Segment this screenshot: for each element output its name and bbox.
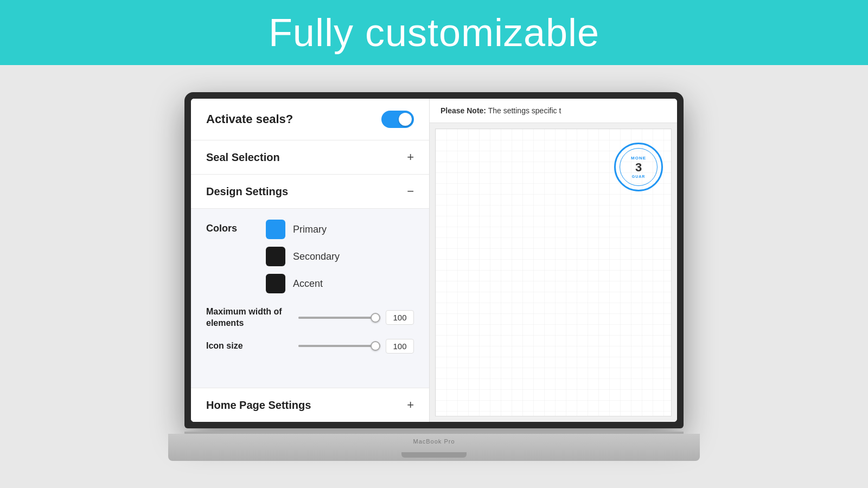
max-width-value: 100 (386, 310, 414, 325)
icon-size-slider[interactable] (298, 345, 380, 347)
laptop-screen: Activate seals? Seal Selection + Design … (184, 92, 684, 428)
accent-color-swatch[interactable] (266, 274, 285, 293)
note-bold: Please Note: (441, 106, 486, 115)
max-width-section: Maximum width of elements 100 (206, 306, 414, 329)
color-secondary-item[interactable]: Secondary (266, 247, 340, 266)
laptop-brand-label: MacBook Pro (413, 438, 455, 445)
activate-seals-label: Activate seals? (206, 112, 293, 126)
laptop-screen-inner: Activate seals? Seal Selection + Design … (191, 99, 677, 422)
activate-seals-row: Activate seals? (191, 99, 429, 140)
home-page-settings-row[interactable]: Home Page Settings + (191, 388, 429, 422)
color-primary-item[interactable]: Primary (266, 220, 340, 239)
icon-size-section: Icon size 100 (206, 339, 414, 354)
laptop-wrapper: Activate seals? Seal Selection + Design … (168, 92, 700, 461)
design-settings-content: Colors Primary Secondary (191, 209, 429, 388)
max-width-slider[interactable] (298, 317, 380, 319)
header: Fully customizable (0, 0, 868, 65)
seal-text-top: MONE (631, 156, 646, 160)
secondary-color-swatch[interactable] (266, 247, 285, 266)
design-settings-label: Design Settings (206, 185, 288, 198)
icon-size-value: 100 (386, 339, 414, 354)
design-settings-collapse-icon: − (407, 184, 414, 198)
color-accent-item[interactable]: Accent (266, 274, 340, 293)
seal-outer-ring: MONE 3 GUAR (614, 143, 663, 191)
design-settings-row[interactable]: Design Settings − (191, 175, 429, 209)
main-area: Activate seals? Seal Selection + Design … (0, 65, 868, 488)
home-page-settings-label: Home Page Settings (206, 399, 311, 412)
max-width-thumb[interactable] (371, 313, 380, 323)
accent-color-label: Accent (293, 278, 323, 290)
seal-selection-expand-icon: + (407, 150, 414, 164)
note-detail: The settings specific t (486, 106, 561, 115)
preview-grid: MONE 3 GUAR (435, 129, 672, 416)
preview-panel: Please Note: The settings specific t (430, 99, 677, 422)
primary-color-label: Primary (293, 224, 327, 235)
colors-label: Colors (206, 220, 266, 234)
icon-size-thumb[interactable] (371, 341, 380, 351)
seal-number: 3 (635, 160, 642, 175)
colors-section: Colors Primary Secondary (206, 220, 414, 293)
home-page-expand-icon: + (407, 398, 414, 412)
primary-color-swatch[interactable] (266, 220, 285, 239)
color-items: Primary Secondary Accent (266, 220, 340, 293)
seal-selection-row[interactable]: Seal Selection + (191, 140, 429, 175)
toggle-thumb (399, 113, 412, 126)
activate-seals-toggle[interactable] (381, 111, 414, 128)
secondary-color-label: Secondary (293, 251, 340, 262)
note-bar: Please Note: The settings specific t (430, 99, 677, 123)
laptop-base: MacBook Pro (168, 434, 700, 461)
seal-text-bottom: GUAR (632, 175, 646, 178)
seal-stamp: MONE 3 GUAR (611, 140, 666, 194)
icon-size-label: Icon size (206, 341, 293, 352)
max-width-label: Maximum width of elements (206, 306, 293, 329)
laptop-notch (401, 452, 467, 458)
header-title: Fully customizable (269, 10, 599, 55)
settings-panel: Activate seals? Seal Selection + Design … (191, 99, 430, 422)
seal-selection-label: Seal Selection (206, 151, 280, 164)
